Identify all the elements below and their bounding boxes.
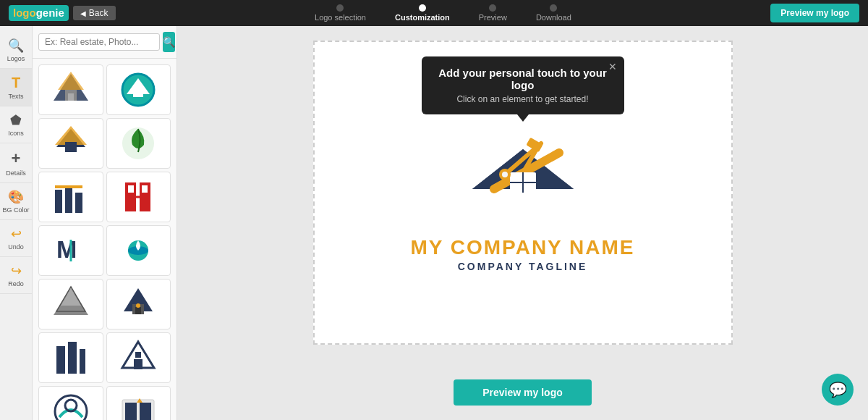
logo-svg	[458, 135, 588, 229]
canvas-area: ⊹ Recenter ▶ Help ✕ Add your personal to…	[177, 26, 868, 420]
svg-rect-34	[80, 349, 85, 374]
svg-rect-41	[125, 403, 137, 420]
company-tagline[interactable]: COMPANY TAGLINE	[458, 261, 588, 272]
logo-thumb-4[interactable]	[106, 118, 171, 169]
canvas-wrapper: ⊹ Recenter ▶ Help ✕ Add your personal to…	[313, 41, 733, 345]
svg-point-31	[136, 303, 140, 308]
logo-thumb-13[interactable]	[38, 386, 103, 420]
undo-icon: ↩	[11, 226, 22, 242]
sidebar-item-redo[interactable]: ↪ Redo	[0, 257, 32, 294]
canvas[interactable]: ✕ Add your personal touch to your logo C…	[313, 41, 733, 345]
logo-thumb-6[interactable]	[106, 172, 171, 222]
redo-icon: ↪	[11, 263, 22, 279]
logo-thumb-9[interactable]	[38, 279, 103, 329]
svg-rect-6	[133, 88, 143, 97]
logo-thumb-12[interactable]	[106, 332, 171, 383]
step-dot	[550, 4, 557, 12]
tooltip-close-button[interactable]: ✕	[608, 61, 617, 72]
tooltip-arrow	[517, 114, 529, 122]
topbar: logogenie Back Logo selection Customizat…	[0, 0, 868, 26]
bgcolor-icon: 🎨	[8, 189, 24, 205]
canvas-logo[interactable]: MY COMPANY NAME COMPANY TAGLINE	[410, 135, 634, 272]
logo-thumb-7[interactable]: M	[38, 225, 103, 276]
svg-marker-26	[61, 288, 81, 306]
preview-top-button[interactable]: Preview my logo	[770, 4, 859, 22]
search-icon: 🔍	[8, 38, 24, 54]
svg-rect-2	[68, 93, 74, 101]
svg-text:M: M	[56, 235, 77, 263]
step-preview: Preview	[479, 4, 507, 22]
back-button[interactable]: Back	[73, 6, 116, 20]
text-icon: T	[12, 75, 20, 91]
step-customization: Customization	[395, 4, 450, 22]
main-layout: 🔍 Logos T Texts ⬟ Icons + Details 🎨 BG C…	[0, 26, 868, 420]
svg-rect-32	[56, 346, 65, 374]
svg-rect-12	[55, 190, 62, 213]
tooltip-subtitle: Click on an element to get started!	[436, 94, 610, 104]
chat-bubble[interactable]: 💬	[822, 374, 854, 406]
logo-thumb-10[interactable]	[106, 279, 171, 329]
sidebar-item-bgcolor[interactable]: 🎨 BG Color	[0, 183, 32, 220]
search-button[interactable]: 🔍	[163, 32, 175, 52]
logo-thumb-11[interactable]	[38, 332, 103, 383]
logo-thumb-14[interactable]	[106, 386, 171, 420]
svg-rect-42	[140, 403, 151, 420]
brand-logo: logogenie Back	[9, 5, 116, 21]
logo-thumb-2[interactable]	[106, 64, 171, 115]
logo-thumb-5[interactable]	[38, 172, 103, 222]
tooltip-title: Add your personal touch to your logo	[436, 67, 610, 91]
svg-rect-30	[135, 307, 141, 314]
sidebar-item-texts[interactable]: T Texts	[0, 69, 32, 106]
svg-point-61	[502, 172, 508, 177]
search-bar: 🔍	[33, 26, 176, 59]
svg-rect-19	[128, 185, 134, 193]
sidebar-item-icons[interactable]: ⬟ Icons	[0, 106, 32, 143]
sidebar-item-details[interactable]: + Details	[0, 143, 32, 183]
logo-panel: 🔍 M	[33, 26, 177, 420]
steps-nav: Logo selection Customization Preview Dow…	[116, 4, 771, 22]
svg-rect-37	[135, 352, 141, 358]
step-logo-selection: Logo selection	[315, 4, 366, 22]
sidebar-item-logos[interactable]: 🔍 Logos	[0, 32, 32, 69]
logo-grid: M	[33, 59, 176, 420]
step-dot	[489, 4, 496, 12]
svg-rect-36	[134, 359, 142, 369]
company-name[interactable]: MY COMPANY NAME	[410, 236, 634, 259]
step-download: Download	[536, 4, 571, 22]
svg-rect-20	[142, 185, 148, 193]
preview-bottom-button[interactable]: Preview my logo	[454, 379, 591, 406]
svg-rect-14	[75, 193, 82, 213]
svg-marker-3	[58, 72, 84, 90]
sidebar-item-undo[interactable]: ↩ Undo	[0, 220, 32, 257]
tooltip: ✕ Add your personal touch to your logo C…	[422, 56, 624, 114]
logo-thumb-1[interactable]	[38, 64, 103, 115]
step-dot-active	[419, 4, 426, 12]
details-icon: +	[12, 149, 21, 168]
search-input[interactable]	[38, 33, 160, 51]
svg-rect-10	[65, 142, 77, 152]
logo-thumb-3[interactable]	[38, 118, 103, 169]
logo-thumb-8[interactable]	[106, 225, 171, 276]
svg-rect-13	[65, 185, 72, 213]
icons-icon: ⬟	[10, 112, 22, 128]
sidebar-icons: 🔍 Logos T Texts ⬟ Icons + Details 🎨 BG C…	[0, 26, 33, 420]
step-dot	[336, 4, 344, 12]
svg-rect-33	[68, 342, 77, 374]
svg-rect-15	[55, 185, 82, 188]
